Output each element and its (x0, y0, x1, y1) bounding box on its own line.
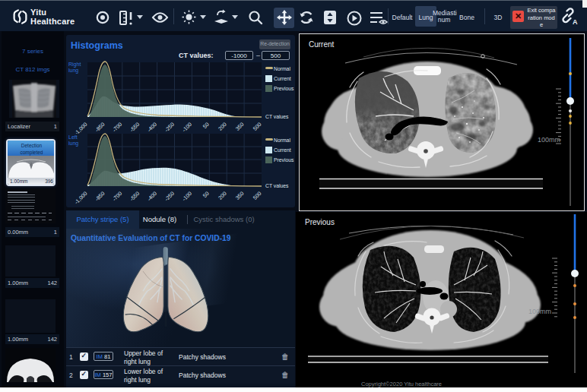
svg-text:-1,000: -1,000 (74, 191, 88, 205)
svg-text:500: 500 (252, 191, 262, 201)
svg-text:CT values: CT values (265, 183, 289, 188)
svg-text:200: 200 (217, 191, 227, 201)
svg-text:200: 200 (217, 122, 227, 131)
svg-text:Current: Current (274, 147, 291, 153)
svg-text:Normal: Normal (274, 138, 290, 143)
svg-text:Current: Current (274, 76, 291, 81)
svg-text:-100: -100 (181, 191, 192, 202)
svg-text:350: 350 (235, 191, 245, 201)
svg-text:A: A (573, 18, 578, 26)
svg-text:Normal: Normal (274, 66, 290, 71)
svg-text:50: 50 (202, 122, 211, 130)
svg-text:500: 500 (252, 122, 262, 131)
svg-text:-850: -850 (94, 191, 106, 202)
svg-text:-400: -400 (146, 191, 157, 202)
svg-text:Previous: Previous (274, 157, 294, 163)
svg-text:-700: -700 (112, 191, 123, 202)
svg-text:-250: -250 (163, 191, 175, 202)
svg-text:350: 350 (235, 122, 245, 131)
svg-text:-550: -550 (129, 191, 141, 202)
svg-text:CT values: CT values (265, 114, 289, 119)
svg-text:50: 50 (202, 191, 211, 199)
svg-text:Previous: Previous (274, 86, 294, 91)
